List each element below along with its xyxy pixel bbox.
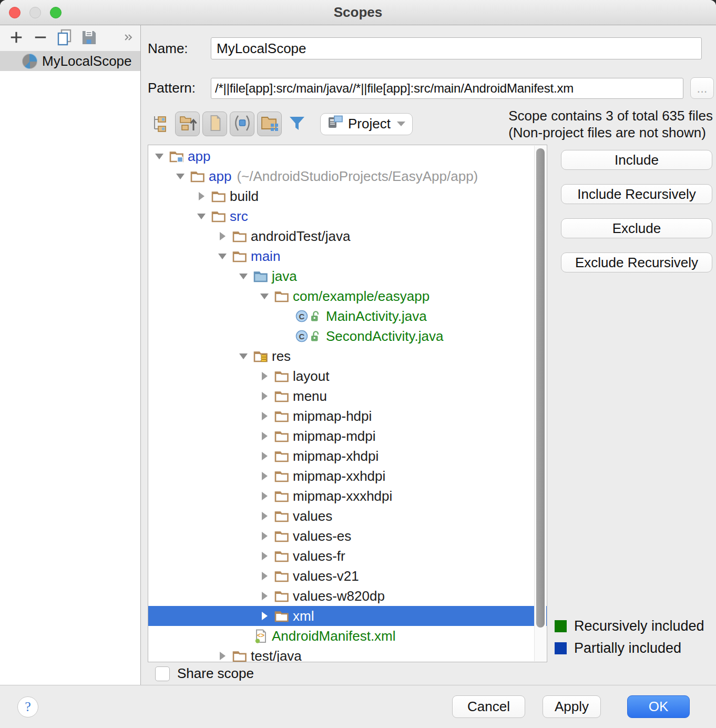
- tree-row-values-w820dp[interactable]: values-w820dp: [148, 586, 547, 606]
- expanded-arrow-icon[interactable]: [170, 174, 190, 179]
- collapsed-arrow-icon[interactable]: [254, 372, 274, 380]
- tree-row-label: app: [188, 148, 210, 165]
- collapsed-arrow-icon[interactable]: [254, 612, 274, 620]
- tree-scrollbar-thumb[interactable]: [536, 148, 545, 628]
- tree-row-app[interactable]: app: [148, 146, 547, 166]
- tree-toolbar: Project Scope contains 3 of total 635 fi…: [148, 109, 714, 139]
- more-actions-button[interactable]: [120, 28, 136, 49]
- double-chevron-right-icon: [123, 32, 134, 44]
- apply-button[interactable]: Apply: [543, 695, 601, 718]
- window-controls: [9, 7, 62, 18]
- show-hierarchy-button[interactable]: [148, 112, 172, 136]
- expanded-arrow-icon[interactable]: [233, 353, 253, 359]
- tree-row-label: build: [230, 188, 259, 205]
- sidebar-toolbar: [0, 25, 140, 51]
- share-scope-checkbox[interactable]: [155, 666, 170, 681]
- tree-row-java[interactable]: java: [148, 266, 547, 286]
- help-button[interactable]: ?: [17, 696, 38, 717]
- collapsed-arrow-icon[interactable]: [254, 472, 274, 480]
- tree-row-test-java[interactable]: test/java: [148, 646, 547, 662]
- cancel-button[interactable]: Cancel: [452, 695, 525, 718]
- collapsed-arrow-icon[interactable]: [254, 412, 274, 420]
- tree-row-layout[interactable]: layout: [148, 366, 547, 386]
- show-files-button[interactable]: [202, 112, 227, 136]
- collapsed-arrow-icon[interactable]: [254, 432, 274, 440]
- tree-row-mainactivity-java[interactable]: CMainActivity.java: [148, 306, 547, 326]
- add-scope-button[interactable]: [4, 28, 28, 49]
- tree-row-values-es[interactable]: values-es: [148, 526, 547, 546]
- tree-row-com-example-easyapp[interactable]: com/example/easyapp: [148, 286, 547, 306]
- tree-row-values[interactable]: values: [148, 506, 547, 526]
- legend-item-recursively-included: Recursively included: [555, 615, 712, 637]
- remove-scope-button[interactable]: [28, 28, 53, 49]
- pattern-input[interactable]: [211, 78, 683, 99]
- svg-text:<>: <>: [257, 632, 264, 639]
- folder-icon: [274, 370, 289, 382]
- scope-tree: appapp(~/AndroidStudioProjects/EasyApp/a…: [148, 145, 547, 662]
- collapsed-arrow-icon[interactable]: [254, 492, 274, 500]
- collapsed-arrow-icon[interactable]: [254, 552, 274, 560]
- expanded-arrow-icon[interactable]: [254, 294, 274, 299]
- tree-scrollbar[interactable]: [534, 146, 546, 661]
- close-window-button[interactable]: [9, 7, 21, 18]
- show-included-only-button[interactable]: [230, 112, 254, 136]
- minimize-window-button[interactable]: [29, 7, 41, 18]
- tree-row-mipmap-xxhdpi[interactable]: mipmap-xxhdpi: [148, 466, 547, 486]
- folder-icon: [274, 290, 289, 302]
- copy-scope-button[interactable]: [53, 28, 77, 49]
- ok-button[interactable]: OK: [627, 695, 690, 718]
- sidebar-item-mylocalscope[interactable]: MyLocalScope: [0, 51, 140, 71]
- scope-actions-panel: Include Include Recursively Exclude Excl…: [555, 145, 714, 662]
- name-input[interactable]: [211, 37, 702, 59]
- tree-row-build[interactable]: build: [148, 186, 547, 206]
- exclude-button[interactable]: Exclude: [561, 218, 712, 238]
- tree-row-androidtest-java[interactable]: androidTest/java: [148, 226, 547, 246]
- collapsed-arrow-icon[interactable]: [254, 592, 274, 600]
- scope-editor: Name: Pattern: ...: [141, 25, 716, 685]
- tree-row-mipmap-xhdpi[interactable]: mipmap-xhdpi: [148, 446, 547, 466]
- save-scope-button[interactable]: [77, 28, 101, 49]
- include-recursively-button[interactable]: Include Recursively: [561, 184, 712, 204]
- tree-row-xml[interactable]: xml: [148, 606, 547, 626]
- exclude-recursively-button[interactable]: Exclude Recursively: [561, 252, 712, 272]
- legend-label: Recursively included: [574, 618, 704, 634]
- include-button[interactable]: Include: [561, 150, 712, 170]
- tree-row-values-v21[interactable]: values-v21: [148, 566, 547, 586]
- tree-row-androidmanifest-xml[interactable]: <>AndroidManifest.xml: [148, 626, 547, 646]
- tree-row-mipmap-hdpi[interactable]: mipmap-hdpi: [148, 406, 547, 426]
- tree-row-src[interactable]: src: [148, 206, 547, 226]
- tree-row-mipmap-mdpi[interactable]: mipmap-mdpi: [148, 426, 547, 446]
- scope-pie-icon: [22, 54, 37, 69]
- collapsed-arrow-icon[interactable]: [212, 652, 232, 660]
- filter-button[interactable]: [284, 112, 309, 136]
- collapsed-arrow-icon[interactable]: [191, 192, 211, 200]
- collapsed-arrow-icon[interactable]: [212, 232, 232, 240]
- collapsed-arrow-icon[interactable]: [254, 512, 274, 520]
- tree-row-menu[interactable]: menu: [148, 386, 547, 406]
- expanded-arrow-icon[interactable]: [212, 254, 232, 259]
- tree-row-res[interactable]: res: [148, 346, 547, 366]
- tree-row-main[interactable]: main: [148, 246, 547, 266]
- show-excluded-folders-button[interactable]: [257, 112, 282, 136]
- dialog-footer: ? Cancel Apply OK: [0, 685, 716, 728]
- collapsed-arrow-icon[interactable]: [254, 532, 274, 540]
- tree-row-label: menu: [293, 388, 327, 405]
- expanded-arrow-icon[interactable]: [233, 274, 253, 279]
- collapsed-arrow-icon[interactable]: [254, 392, 274, 400]
- expanded-arrow-icon[interactable]: [191, 214, 211, 219]
- expanded-arrow-icon[interactable]: [149, 154, 169, 159]
- folder-icon: [274, 550, 289, 562]
- view-selector-dropdown[interactable]: Project: [320, 113, 413, 135]
- tree-row-label: java: [272, 268, 297, 285]
- collapsed-arrow-icon[interactable]: [254, 572, 274, 580]
- collapsed-arrow-icon[interactable]: [254, 452, 274, 460]
- tree-row-app[interactable]: app(~/AndroidStudioProjects/EasyApp/app): [148, 166, 547, 186]
- zoom-window-button[interactable]: [50, 7, 62, 18]
- manifest-icon: <>: [253, 629, 268, 643]
- pattern-browse-button[interactable]: ...: [690, 77, 714, 99]
- green-swatch: [555, 620, 567, 632]
- tree-row-mipmap-xxxhdpi[interactable]: mipmap-xxxhdpi: [148, 486, 547, 506]
- tree-row-secondactivity-java[interactable]: CSecondActivity.java: [148, 326, 547, 346]
- tree-row-values-fr[interactable]: values-fr: [148, 546, 547, 566]
- group-by-directory-button[interactable]: [175, 112, 200, 136]
